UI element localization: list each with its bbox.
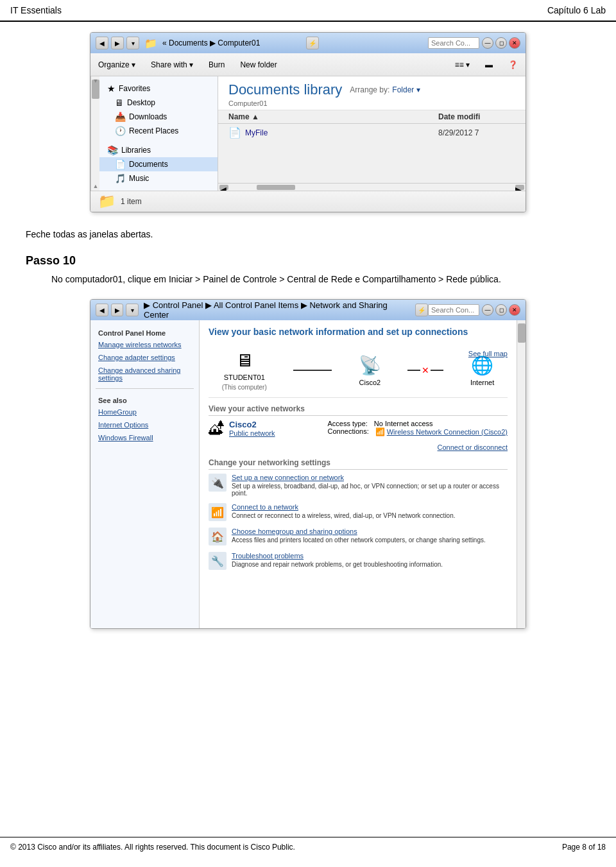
cp-titlebar-right: — ◻ ✕ <box>428 304 520 316</box>
connect-link[interactable]: Connect to a network <box>232 503 456 511</box>
line-seg2 <box>431 370 443 371</box>
folder-icon: 📁 <box>144 37 157 49</box>
active-network-type[interactable]: Public network <box>229 429 275 437</box>
active-network-info: Cisco2 Public network <box>229 420 275 437</box>
cp-nav-advanced[interactable]: Change advanced sharingsettings <box>90 364 199 384</box>
nav-item-documents[interactable]: 📄 Documents <box>99 157 218 171</box>
homegroup-icon: 🏠 <box>209 528 227 545</box>
nav-item-favorites[interactable]: ★ Favorites <box>99 82 218 96</box>
connection-link[interactable]: Wireless Network Connection (Cisco2) <box>387 428 508 436</box>
library-title: Documents library Arrange by: Folder ▾ <box>228 82 515 98</box>
footer-right: Page 8 of 18 <box>562 843 606 852</box>
explorer-screenshot: ◀ ▶ ▾ 📁 « Documents ▶ Computer01 ⚡ — ◻ ✕ <box>90 32 526 212</box>
student-node-label: STUDENT01 <box>224 373 265 381</box>
cp-back-button[interactable]: ◀ <box>96 304 108 316</box>
student-node-sublabel: (This computer) <box>222 384 267 391</box>
active-networks-title: View your active networks <box>209 404 508 416</box>
library-header: Documents library Arrange by: Folder ▾ C… <box>218 76 526 110</box>
cp-titlebar-left: ◀ ▶ ▾ ▶ Control Panel ▶ All Control Pane… <box>96 300 428 320</box>
close-button[interactable]: ✕ <box>509 37 520 49</box>
cp-nav-wireless[interactable]: Manage wireless networks <box>90 338 199 351</box>
setting-text-troubleshoot: Troubleshoot problems Diagnose and repai… <box>232 552 443 568</box>
new-folder-button[interactable]: New folder <box>237 59 279 71</box>
nav-scroll-area: ▲ ▼ ★ Favorites 🖥 Desktop <box>90 76 218 191</box>
forward-button[interactable]: ▶ <box>111 37 124 49</box>
hscroll-arrow-left: ◀ <box>219 185 228 190</box>
cp-refresh-button[interactable]: ⚡ <box>415 304 428 316</box>
broken-line: ✕ <box>407 365 443 375</box>
cp-scrollbar-thumb <box>518 323 526 343</box>
homegroup-link[interactable]: Choose homegroup and sharing options <box>232 528 486 535</box>
help-button[interactable]: ❓ <box>506 59 520 71</box>
nav-scrollbar[interactable]: ▲ ▼ <box>90 76 99 191</box>
new-connection-link[interactable]: Set up a new connection or network <box>232 474 508 481</box>
nav-libraries-section: 📚 Libraries 📄 Documents 🎵 Music <box>99 141 218 188</box>
see-full-map-link[interactable]: See full map <box>468 350 508 357</box>
explorer-search-input[interactable] <box>428 37 479 49</box>
cp-body: Control Panel Home Manage wireless netwo… <box>90 320 526 628</box>
cp-restore-button[interactable]: ◻ <box>495 304 507 316</box>
change-settings-title: Change your networking settings <box>209 458 508 470</box>
network-map: 🖥 STUDENT01 (This computer) 📡 Cisco2 <box>209 343 508 398</box>
content-hscrollbar[interactable]: ◀ ▶ <box>218 183 526 191</box>
network-node-internet: 🌐 Internet <box>470 355 494 386</box>
name-column-header[interactable]: Name ▲ <box>228 112 438 121</box>
cisco2-icon: 📡 <box>359 355 381 376</box>
cp-scrollbar[interactable] <box>517 320 526 628</box>
minimize-button[interactable]: — <box>482 37 493 49</box>
cp-nav-internet-options[interactable]: Internet Options <box>90 418 199 431</box>
troubleshoot-link[interactable]: Troubleshoot problems <box>232 552 443 560</box>
cp-nav: Control Panel Home Manage wireless netwo… <box>90 320 200 628</box>
cp-close-button[interactable]: ✕ <box>509 304 520 316</box>
recent-icon: 🕐 <box>115 126 126 136</box>
nav-item-music[interactable]: 🎵 Music <box>99 171 218 185</box>
cp-nav-homegroup[interactable]: HomeGroup <box>90 406 199 418</box>
nav-item-downloads[interactable]: 📥 Downloads <box>99 110 218 124</box>
nav-item-desktop[interactable]: 🖥 Desktop <box>99 96 218 110</box>
cp-nav-firewall[interactable]: Windows Firewall <box>90 431 199 444</box>
arrange-by-control[interactable]: Arrange by: Folder ▾ <box>350 85 420 94</box>
organize-button[interactable]: Organize ▾ <box>96 59 138 71</box>
connect-icon: 📶 <box>209 503 227 521</box>
share-with-button[interactable]: Share with ▾ <box>148 59 196 71</box>
cisco2-node-label: Cisco2 <box>359 379 381 386</box>
explorer-statusbar: 📁 1 item <box>90 191 526 212</box>
cp-nav-adapter[interactable]: Change adapter settings <box>90 351 199 364</box>
x-icon: ✕ <box>422 365 429 375</box>
connect-desc: Connect or reconnect to a wireless, wire… <box>232 512 456 519</box>
explorer-body: ▲ ▼ ★ Favorites 🖥 Desktop <box>90 76 526 191</box>
preview-pane-button[interactable]: ▬ <box>483 59 495 71</box>
connect-disconnect-link[interactable]: Connect or disconnect <box>438 443 508 451</box>
refresh-button[interactable]: ⚡ <box>306 37 319 49</box>
cp-minimize-button[interactable]: — <box>482 304 493 316</box>
cp-search-input[interactable] <box>428 304 479 316</box>
item-count: 1 item <box>121 197 142 206</box>
active-network-left: 🏕 Cisco2 Public network <box>209 420 275 438</box>
back-button[interactable]: ◀ <box>96 37 108 49</box>
cp-see-also-header: See also <box>90 393 199 406</box>
cp-address-path: ▶ Control Panel ▶ All Control Panel Item… <box>144 300 410 320</box>
cp-titlebar: ◀ ▶ ▾ ▶ Control Panel ▶ All Control Pane… <box>90 300 526 320</box>
explorer-nav: ★ Favorites 🖥 Desktop 📥 Downloads 🕐 <box>99 76 218 191</box>
nav-item-recent[interactable]: 🕐 Recent Places <box>99 124 218 138</box>
cp-forward-button[interactable]: ▶ <box>111 304 124 316</box>
setting-item-troubleshoot: 🔧 Troubleshoot problems Diagnose and rep… <box>209 552 508 570</box>
control-panel-screenshot: ◀ ▶ ▾ ▶ Control Panel ▶ All Control Pane… <box>90 299 526 629</box>
file-row-myfile[interactable]: 📄 MyFile 8/29/2012 7 <box>218 124 526 142</box>
nav-item-libraries[interactable]: 📚 Libraries <box>99 143 218 157</box>
dropdown-button[interactable]: ▾ <box>126 37 139 49</box>
restore-button[interactable]: ◻ <box>495 37 507 49</box>
date-column-header[interactable]: Date modifi <box>438 112 515 121</box>
view-options-button[interactable]: ≡≡ ▾ <box>452 59 472 71</box>
main-content: ◀ ▶ ▾ 📁 « Documents ▶ Computer01 ⚡ — ◻ ✕ <box>0 32 616 629</box>
close-windows-text: Feche todas as janelas abertas. <box>26 228 590 241</box>
cp-dropdown-button[interactable]: ▾ <box>126 304 139 316</box>
hscroll-thumb <box>257 185 295 190</box>
step10-heading: Passo 10 <box>26 254 590 268</box>
cp-content-title: View your basic network information and … <box>209 327 508 337</box>
burn-button[interactable]: Burn <box>206 59 227 71</box>
new-connection-desc: Set up a wireless, broadband, dial-up, a… <box>232 483 508 497</box>
window-controls: — ◻ ✕ <box>482 37 520 49</box>
favorites-icon: ★ <box>107 83 116 94</box>
internet-node-label: Internet <box>470 379 494 386</box>
